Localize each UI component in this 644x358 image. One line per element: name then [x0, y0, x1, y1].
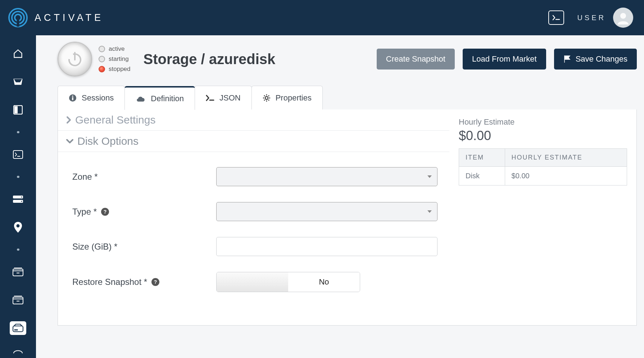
estimate-col-hourly: HOURLY ESTIMATE: [505, 149, 627, 167]
panel-left: General Settings Disk Options Zone *: [58, 109, 449, 325]
size-input[interactable]: [216, 237, 437, 256]
disk-options-form: Zone * Type * ?: [58, 152, 449, 300]
table-row: Disk $0.00: [459, 167, 627, 185]
tabs: Sessions Definition JSON Properties: [58, 86, 637, 109]
section-title: Disk Options: [77, 135, 139, 147]
field-type: Type * ?: [72, 194, 446, 229]
type-select[interactable]: [216, 202, 437, 221]
page-title: Storage / azuredisk: [144, 51, 276, 67]
sidebar-item-archive-2[interactable]: [10, 293, 26, 307]
save-changes-button[interactable]: Save Changes: [554, 49, 637, 70]
terminal-button[interactable]: [548, 10, 564, 25]
button-label: Save Changes: [576, 54, 627, 64]
svg-rect-14: [13, 269, 23, 276]
chevron-down-icon: [66, 138, 74, 144]
avatar[interactable]: [613, 8, 633, 28]
sidebar: [0, 35, 36, 358]
power-button[interactable]: [58, 42, 92, 76]
tab-definition[interactable]: Definition: [124, 86, 195, 110]
gear-icon: [263, 94, 271, 102]
info-icon: [69, 94, 77, 102]
archive-icon: [13, 268, 23, 276]
console-icon: [13, 150, 23, 159]
prompt-icon: [206, 95, 214, 101]
help-icon[interactable]: ?: [151, 278, 159, 286]
label-text: Zone *: [72, 172, 98, 182]
cloud-icon: [136, 95, 146, 102]
help-icon[interactable]: ?: [101, 208, 109, 216]
toggle-label: No: [319, 277, 329, 287]
panel: General Settings Disk Options Zone *: [58, 109, 637, 326]
status-dot-active: [99, 46, 105, 52]
sidebar-item-panel[interactable]: [10, 103, 26, 117]
flag-icon: [563, 55, 571, 63]
svg-point-18: [17, 330, 17, 330]
field-size: Size (GiB) *: [72, 229, 446, 264]
section-general-settings[interactable]: General Settings: [58, 109, 449, 131]
topbar: ACTIVATE USER: [0, 0, 644, 35]
section-title: General Settings: [75, 114, 155, 126]
estimate-col-item: ITEM: [459, 149, 505, 167]
svg-point-12: [21, 201, 22, 202]
tab-label: Properties: [276, 93, 312, 103]
svg-rect-6: [14, 106, 18, 113]
estimate-row-item: Disk: [459, 167, 505, 185]
sidebar-separator: [17, 131, 19, 133]
restore-snapshot-toggle[interactable]: No: [216, 272, 360, 292]
sidebar-item-home[interactable]: [10, 47, 26, 61]
svg-line-30: [264, 95, 265, 96]
sidebar-item-next[interactable]: [10, 344, 26, 358]
svg-point-25: [265, 97, 268, 99]
location-icon: [14, 221, 22, 233]
tab-label: Sessions: [82, 93, 114, 103]
status-label: stopped: [109, 66, 131, 73]
sidebar-item-inbox[interactable]: [10, 75, 26, 89]
sidebar-item-archive-1[interactable]: [10, 265, 26, 279]
label-text: Size (GiB) *: [72, 242, 117, 252]
button-label: Load From Market: [472, 54, 537, 64]
user-icon: [616, 11, 630, 24]
server-icon: [13, 195, 23, 203]
tab-label: JSON: [219, 93, 241, 103]
tab-json[interactable]: JSON: [195, 86, 252, 109]
partial-icon: [13, 349, 23, 353]
sidebar-item-console[interactable]: [10, 148, 26, 161]
caret-down-icon: [427, 175, 432, 179]
chevron-right-icon: [66, 116, 72, 124]
status-label: starting: [109, 55, 129, 63]
home-icon: [13, 49, 23, 59]
sidebar-item-server[interactable]: [10, 192, 26, 206]
status-label: active: [109, 45, 124, 53]
svg-point-11: [21, 196, 22, 197]
svg-rect-16: [13, 326, 23, 332]
svg-point-17: [15, 330, 15, 330]
main-content: active starting stopped Storage / azured…: [36, 35, 644, 358]
toggle-right: No: [288, 272, 360, 292]
status-stopped: stopped: [99, 66, 131, 73]
tab-sessions[interactable]: Sessions: [58, 86, 125, 109]
zone-select[interactable]: [216, 167, 437, 186]
toggle-left: [217, 272, 288, 292]
load-from-market-button[interactable]: Load From Market: [463, 49, 546, 70]
estimate-value: $0.00: [459, 128, 627, 143]
caret-down-icon: [427, 210, 432, 214]
sidebar-item-disk[interactable]: [10, 321, 26, 335]
svg-rect-7: [13, 151, 23, 158]
label-text: Type *: [72, 207, 97, 217]
tab-properties[interactable]: Properties: [251, 86, 323, 109]
section-disk-options[interactable]: Disk Options: [58, 131, 449, 152]
sidebar-separator: [17, 249, 19, 251]
svg-point-13: [17, 224, 20, 227]
svg-line-33: [264, 100, 265, 100]
page-header: active starting stopped Storage / azured…: [58, 42, 637, 76]
power-icon: [66, 50, 83, 68]
brand-logo-icon: [8, 8, 28, 28]
sidebar-item-location[interactable]: [10, 220, 26, 234]
panel-right: Hourly Estimate $0.00 ITEM HOURLY ESTIMA…: [449, 109, 636, 325]
create-snapshot-button[interactable]: Create Snapshot: [377, 49, 455, 70]
status-dot-starting: [99, 56, 105, 62]
estimate-title: Hourly Estimate: [459, 117, 627, 127]
status-active: active: [99, 45, 131, 53]
archive-icon: [13, 296, 23, 304]
status-legend: active starting stopped: [99, 45, 131, 73]
